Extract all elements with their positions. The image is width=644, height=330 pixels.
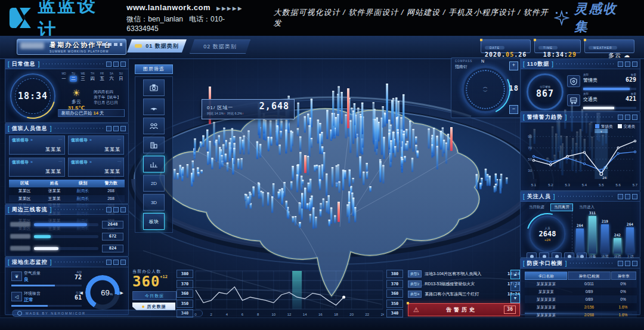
window-controls[interactable] bbox=[106, 61, 126, 67]
restore-icon bbox=[625, 261, 630, 266]
checkpoint-row[interactable]: 某某某某某0/3110% bbox=[525, 280, 637, 288]
svg-text:5.5: 5.5 bbox=[599, 183, 604, 187]
focus-bar-fill bbox=[576, 229, 584, 254]
checkpoint-row[interactable]: 某某某某0/890% bbox=[525, 288, 637, 295]
censored-logo bbox=[20, 42, 44, 49]
window-controls[interactable] bbox=[106, 126, 126, 131]
duty-card[interactable]: 值班领导»···某某某 bbox=[68, 135, 124, 155]
svg-text:5.3: 5.3 bbox=[565, 183, 570, 187]
zoom-in-button[interactable]: + bbox=[509, 61, 518, 70]
zoom-out-button[interactable]: − bbox=[509, 105, 518, 114]
website-link[interactable]: www.lanlanwork.com bbox=[126, 3, 210, 12]
alert-down-button[interactable]: ▼ bbox=[510, 294, 520, 303]
window-controls[interactable] bbox=[618, 61, 637, 67]
gauge-right-arrow[interactable]: ▶ bbox=[120, 291, 123, 295]
weekday-cell[interactable]: MO一 bbox=[60, 72, 67, 82]
focus-tab[interactable]: 当日离开 bbox=[550, 203, 573, 211]
window-controls[interactable] bbox=[618, 261, 637, 266]
layer-button-people[interactable] bbox=[143, 118, 165, 134]
alert-row[interactable]: 类型2RD13-53烟感报警疑似火灾17:24 bbox=[408, 280, 520, 288]
lanlan-logo-icon bbox=[8, 5, 33, 30]
restore-icon bbox=[113, 126, 119, 131]
alert-row[interactable]: 类型4某路口有小汽车连闯三个红灯18:24 bbox=[408, 290, 520, 298]
table-cell: 某某区 bbox=[9, 195, 40, 203]
checkpoint-checked: 2/156 bbox=[568, 303, 611, 311]
table-header-cell[interactable]: 姓名 bbox=[40, 180, 69, 187]
checkpoint-rate: 0% bbox=[611, 295, 636, 303]
expand-icon bbox=[632, 261, 637, 266]
weekday-cell[interactable]: FR五 bbox=[98, 72, 106, 82]
table-cell: 副局长 bbox=[69, 187, 97, 195]
yaxis-box: 340 bbox=[386, 309, 403, 317]
gauge-left-arrow[interactable]: ◀ bbox=[80, 291, 83, 295]
svg-text:8: 8 bbox=[257, 313, 259, 316]
window-controls[interactable] bbox=[106, 260, 126, 265]
svg-text:∨: ∨ bbox=[600, 129, 602, 133]
table-header-cell[interactable]: 级别 bbox=[69, 180, 97, 187]
alert-text: RD13-53烟感报警疑似火灾 bbox=[425, 281, 505, 287]
alert-up-button[interactable]: ▲ bbox=[510, 270, 520, 279]
duty-card[interactable]: 值班领导»···某某某 bbox=[9, 158, 65, 177]
layer-button-camera[interactable] bbox=[143, 79, 165, 96]
today-data-button[interactable]: 今日数据 bbox=[132, 291, 177, 300]
focus-bar-chart: 264在逃311涉毒219涉黑242涉恐264上访 bbox=[572, 205, 637, 261]
layer-button-building[interactable] bbox=[143, 137, 165, 153]
focus-bar-value: 311 bbox=[586, 211, 599, 215]
checkpoint-name: 某某某某 bbox=[525, 288, 568, 295]
tab-data-category-1[interactable]: 01 数据类别 bbox=[127, 39, 187, 53]
weekday-cell[interactable]: TU二 bbox=[70, 72, 77, 82]
checkpoint-header-cell[interactable]: 异常率 bbox=[611, 272, 636, 280]
lunar-line: 辛巳月 己巳日 bbox=[94, 100, 121, 105]
weekday-cell[interactable]: SA六 bbox=[108, 72, 115, 82]
alert-dot-button[interactable]: ● bbox=[510, 282, 520, 291]
restore-icon bbox=[113, 260, 119, 265]
checkpoint-row[interactable]: 某某某某某2/1561.6% bbox=[525, 303, 637, 311]
weekday-cell[interactable]: TH四 bbox=[89, 72, 96, 82]
warning-icon: ⚠ bbox=[413, 306, 419, 314]
time-value: 18:34:29 bbox=[538, 51, 577, 58]
compass-widget: COMPASS 指南针 N ︿﹀ + 18 − bbox=[451, 57, 521, 118]
weekday-cell[interactable]: SU日 bbox=[117, 72, 125, 82]
table-header-cell[interactable]: 区域 bbox=[9, 180, 40, 187]
checkpoint-row[interactable]: 某某某某某0/890% bbox=[525, 295, 637, 303]
window-controls[interactable] bbox=[618, 115, 637, 120]
compass-dial[interactable]: ︿﹀ bbox=[462, 66, 509, 113]
checkpoint-header-cell[interactable]: 卡口名称 bbox=[525, 272, 567, 280]
tab-data-category-2[interactable]: 02 数据类别 bbox=[190, 39, 250, 54]
table-row[interactable]: 某某区王某某副局长268 bbox=[9, 195, 125, 203]
duty-card[interactable]: 值班领导»···某某某 bbox=[68, 158, 124, 177]
weekday-row: MO一TU二WE三TH四FR五SA六SU日 bbox=[60, 72, 125, 82]
alarm-history-banner[interactable]: ⚠ 告警历史 36 bbox=[408, 303, 520, 316]
panel-focus-people: [关注人员] 当日轨迹当日离开当日进入 人员 2648 +24 264在逃311… bbox=[520, 191, 640, 258]
count-value: 629 bbox=[626, 76, 636, 83]
layer-button-2D[interactable]: 2D bbox=[143, 175, 165, 192]
inspiration-collect[interactable]: 灵感收集 bbox=[554, 0, 631, 36]
table-row[interactable]: 某某区张某某副局长268 bbox=[9, 187, 125, 195]
focus-bar: 311涉毒 bbox=[589, 216, 596, 254]
lunar-calendar: 闰四月初四庚子年【鼠年】辛巳月 己巳日 bbox=[94, 89, 121, 105]
svg-text:16: 16 bbox=[318, 313, 323, 316]
layer-button-板块[interactable]: 板块 bbox=[143, 213, 165, 230]
layer-button-signal[interactable] bbox=[143, 98, 165, 115]
count-value: 421 bbox=[626, 95, 636, 102]
checkpoint-header-row: 卡口名称异常/已检测异常率 bbox=[525, 272, 637, 280]
yaxis-box: 350 bbox=[177, 300, 193, 308]
table-cell: 268 bbox=[97, 195, 125, 203]
panel-title: 日常信息 bbox=[12, 60, 36, 68]
checkpoint-header-cell[interactable]: 异常/已检测 bbox=[568, 272, 610, 280]
layer-button-3D[interactable]: 3D bbox=[143, 194, 165, 211]
window-controls[interactable] bbox=[106, 207, 126, 212]
table-cell: 某某区 bbox=[9, 187, 40, 195]
alarm-history-label: 告警历史 bbox=[419, 306, 504, 314]
weekday-cell[interactable]: WE三 bbox=[79, 72, 86, 82]
alert-row[interactable]: 类型1湿地3-104片区有不明人员闯入18:24 bbox=[408, 270, 520, 278]
layer-button-chart[interactable] bbox=[143, 156, 165, 172]
svg-text:12: 12 bbox=[287, 313, 292, 316]
panel-duty-info: [值班人员信息] 值班领导»···某某某值班领导»···某某某值班领导»···某… bbox=[5, 123, 129, 204]
focus-tab[interactable]: 当日轨迹 bbox=[525, 203, 548, 211]
alert-type-badge: 类型1 bbox=[408, 270, 422, 277]
window-controls[interactable] bbox=[618, 194, 637, 199]
duty-role: 值班领导» bbox=[12, 137, 62, 143]
table-header-cell[interactable]: 警力数 bbox=[97, 180, 125, 187]
duty-card[interactable]: 值班领导»···某某某 bbox=[9, 135, 65, 155]
